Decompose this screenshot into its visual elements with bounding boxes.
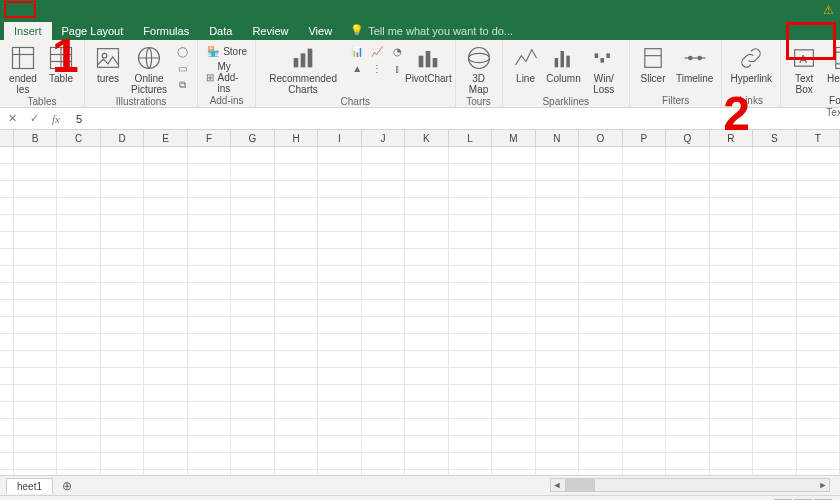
cell[interactable] [57, 419, 100, 436]
cell[interactable] [144, 453, 187, 470]
cell[interactable] [14, 351, 57, 368]
cell[interactable] [144, 266, 187, 283]
cell[interactable] [57, 283, 100, 300]
cell[interactable] [666, 317, 709, 334]
cell[interactable] [753, 453, 796, 470]
cell[interactable] [666, 164, 709, 181]
cell[interactable] [405, 283, 448, 300]
cell[interactable] [753, 334, 796, 351]
cell[interactable] [753, 147, 796, 164]
cell[interactable] [449, 300, 492, 317]
cell[interactable] [623, 368, 666, 385]
cell[interactable] [362, 436, 405, 453]
pictures-button[interactable]: tures [91, 43, 125, 85]
cell[interactable] [318, 215, 361, 232]
cell[interactable] [623, 147, 666, 164]
cell[interactable] [318, 436, 361, 453]
cell[interactable] [666, 334, 709, 351]
cell[interactable] [275, 300, 318, 317]
cell[interactable] [753, 300, 796, 317]
cell[interactable] [753, 317, 796, 334]
cell[interactable] [536, 198, 579, 215]
cell[interactable] [666, 453, 709, 470]
smartart-button[interactable]: ▭ [173, 60, 191, 76]
cell[interactable] [318, 351, 361, 368]
cell[interactable] [275, 453, 318, 470]
cell[interactable] [753, 164, 796, 181]
cell[interactable] [710, 198, 753, 215]
cell[interactable] [14, 334, 57, 351]
cell[interactable] [405, 317, 448, 334]
cell[interactable] [405, 419, 448, 436]
cell[interactable] [144, 317, 187, 334]
cell[interactable] [405, 368, 448, 385]
cell[interactable] [362, 453, 405, 470]
cell[interactable] [797, 351, 840, 368]
cell[interactable] [188, 436, 231, 453]
cell[interactable] [0, 283, 14, 300]
slicer-button[interactable]: Slicer [636, 43, 670, 85]
cell[interactable] [275, 402, 318, 419]
column-header-I[interactable]: I [318, 130, 361, 146]
cell[interactable] [623, 385, 666, 402]
column-header-D[interactable]: D [101, 130, 144, 146]
cell[interactable] [101, 436, 144, 453]
cell[interactable] [0, 147, 14, 164]
cell[interactable] [492, 453, 535, 470]
cell[interactable] [710, 317, 753, 334]
cell[interactable] [579, 215, 622, 232]
cell[interactable] [579, 232, 622, 249]
cell[interactable] [188, 351, 231, 368]
cell[interactable] [144, 283, 187, 300]
cell[interactable] [492, 198, 535, 215]
timeline-button[interactable]: Timeline [674, 43, 715, 85]
cell[interactable] [188, 283, 231, 300]
cell[interactable] [0, 385, 14, 402]
header-footer-button[interactable]: Header & Footer [825, 43, 840, 107]
column-header-corner[interactable] [0, 130, 14, 146]
cell[interactable] [231, 215, 274, 232]
cell[interactable] [492, 385, 535, 402]
cell[interactable] [623, 334, 666, 351]
cell[interactable] [318, 419, 361, 436]
cell[interactable] [275, 385, 318, 402]
shapes-button[interactable]: ◯ [173, 43, 191, 59]
cell[interactable] [710, 368, 753, 385]
cell[interactable] [623, 198, 666, 215]
cell[interactable] [101, 147, 144, 164]
cell[interactable] [14, 198, 57, 215]
cell[interactable] [797, 300, 840, 317]
add-sheet-button[interactable]: ⊕ [59, 478, 75, 494]
cell[interactable] [57, 436, 100, 453]
cell[interactable] [492, 266, 535, 283]
cell[interactable] [623, 402, 666, 419]
column-header-G[interactable]: G [231, 130, 274, 146]
cell[interactable] [14, 300, 57, 317]
chart-type-5[interactable]: ⋮ [368, 60, 386, 76]
cell[interactable] [492, 436, 535, 453]
cell[interactable] [231, 181, 274, 198]
cell[interactable] [57, 402, 100, 419]
cell[interactable] [579, 334, 622, 351]
cell[interactable] [666, 147, 709, 164]
cell[interactable] [753, 215, 796, 232]
cell[interactable] [0, 317, 14, 334]
cell[interactable] [14, 249, 57, 266]
cell[interactable] [14, 266, 57, 283]
chart-type-2[interactable]: 📈 [368, 43, 386, 59]
cell[interactable] [623, 300, 666, 317]
sparkline-winloss-button[interactable]: Win/ Loss [585, 43, 623, 96]
cell[interactable] [101, 198, 144, 215]
column-header-F[interactable]: F [188, 130, 231, 146]
cell[interactable] [231, 436, 274, 453]
cell[interactable] [0, 453, 14, 470]
cell[interactable] [231, 300, 274, 317]
cell[interactable] [536, 215, 579, 232]
fx-button[interactable]: fx [48, 113, 64, 125]
cell[interactable] [753, 402, 796, 419]
cell[interactable] [492, 147, 535, 164]
pivot-chart-button[interactable]: PivotChart [408, 43, 448, 85]
column-header-P[interactable]: P [623, 130, 666, 146]
cell[interactable] [797, 453, 840, 470]
cell[interactable] [275, 334, 318, 351]
